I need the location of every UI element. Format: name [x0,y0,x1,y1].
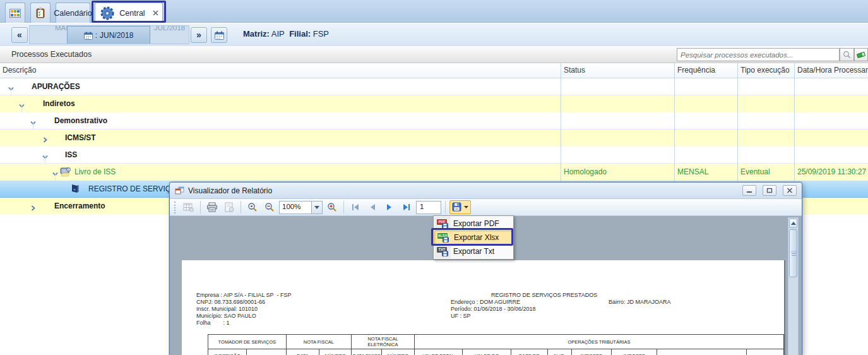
zoom-dropdown-button[interactable] [312,201,323,214]
col-base-calculo: BASE DE CÁLCULO [511,349,547,355]
txt-file-icon: TXT [437,247,448,256]
toolbar-separator [241,201,241,214]
close-icon[interactable] [153,10,158,16]
month-next-segment[interactable]: JUL/2018 [150,26,189,44]
column-header-data-hora[interactable]: Data/Hora Processamento [797,66,868,75]
first-page-button[interactable] [348,200,363,214]
report-empresa: Empresa : AIP S/A - FILIAL SP - FSP [196,292,291,298]
status-value: Homologado [564,167,607,176]
menu-item-exportar-xlsx[interactable]: XLSX Exportar Xlsx [434,231,513,244]
scrollbar-thumb[interactable] [789,229,797,277]
vertical-scrollbar[interactable] [788,217,799,355]
zoom-combobox: 100% [279,201,323,214]
prev-period-button[interactable]: « [11,27,28,43]
col-observacao: OBSERVAÇÃO [747,349,784,355]
col-aliq: ALIQ. % [547,349,571,355]
section-bar: Processos Executados [0,46,868,63]
export-data-button[interactable] [181,200,196,214]
tree-guide-line [33,121,33,129]
tree-row-label: ICMS/ST [65,133,96,142]
column-header-frequencia[interactable]: Frequência [677,66,735,75]
app-window: Calendário Central « MAI/2018 [0,0,868,355]
period-bar: « MAI/2018 : JUN/2018 JUL/2018 [0,23,868,46]
zoom-in-button[interactable] [324,200,340,214]
grid-icon [9,9,21,18]
open-calendar-button[interactable] [211,27,227,43]
tab-central[interactable]: Central [95,3,163,23]
next-period-button[interactable]: » [191,27,207,43]
filial-label: Filial: [289,29,311,39]
export-button[interactable] [449,200,471,214]
month-separator: : [95,31,97,40]
menu-item-exportar-pdf[interactable]: PDF Exportar PDF [434,217,513,231]
tab-calendario[interactable]: Calendário [56,3,90,23]
menu-item-label: Exportar Txt [453,247,494,256]
col-municipio: MUNICÍPIO [657,349,747,355]
month-prev-segment[interactable]: MAI/2018 [30,26,67,44]
month-current-label: JUN/2018 [100,31,133,40]
matriz-label: Matriz: [243,29,270,39]
section-title: Processos Executados [11,50,92,59]
scroll-up-button[interactable] [789,219,797,228]
tree-guide-line [55,172,56,181]
chevron-right-icon[interactable] [30,203,37,214]
zoom-value[interactable]: 100% [279,201,312,214]
tree-row-label: Encerramento [54,202,105,210]
eraser-icon [857,51,866,59]
tree-guide-line [11,87,11,95]
form-icon [175,186,184,195]
clipboard-icon [36,8,45,18]
col-data-emissao: DATA EMISSÃO [286,349,319,355]
menu-item-exportar-txt[interactable]: TXT Exportar Txt [434,244,513,258]
col-cnpjcpf: CNPJ/CPF [247,349,287,355]
window-title: Visualizador de Relatório [188,186,736,195]
search-icon [843,51,851,59]
export-menu: PDF Exportar PDF XLSX Exportar Xlsx TXT [433,215,514,260]
report-title: REGISTRO DE SERVIÇOS PRESTADOS [491,292,597,298]
group-operacoes: OPERAÇÕES TRIBUTÁRIAS [414,335,783,349]
col-imposto-retido: IMPOSTO RETIDO [612,349,657,355]
tree-row-label: Demonstrativo [54,116,107,125]
zoom-out-button[interactable] [262,200,277,214]
maximize-button[interactable] [763,185,776,196]
tree-row-label: ISS [65,150,77,159]
chevron-right-icon[interactable] [42,135,49,146]
last-page-button[interactable] [399,200,414,214]
minimize-button[interactable] [742,185,756,196]
report-municipio: Município: SAO PAULO [196,313,256,319]
tree-row-label: Indiretos [43,99,75,108]
search-button[interactable] [840,48,854,61]
month-current-segment[interactable]: : JUN/2018 [67,26,150,44]
toolbar-separator [343,201,344,214]
clear-search-button[interactable] [854,48,868,61]
next-page-button[interactable] [382,200,397,214]
page-number-input[interactable]: 1 [416,201,441,214]
window-titlebar[interactable]: Visualizador de Relatório [170,183,802,199]
tab-grid[interactable] [5,3,25,23]
print-layout-button[interactable] [222,200,237,214]
month-strip: MAI/2018 : JUN/2018 JUL/2018 [29,25,189,44]
report-page: Empresa : AIP S/A - FILIAL SP - FSP CNPJ… [182,260,785,355]
tab-bar: Calendário Central [0,0,868,23]
column-header-descricao[interactable]: Descrição [3,66,558,75]
report-group-header-row: TOMADOR DE SERVIÇOS NOTA FISCAL NOTA FIS… [208,335,784,349]
dropdown-caret-icon [464,206,468,208]
print-button[interactable] [205,200,220,214]
tree-row-label: APURAÇÕES [32,82,80,91]
gear-icon [99,5,116,21]
toolbar-grip[interactable] [174,202,177,214]
tab-tasks[interactable] [30,3,51,23]
zoom-page-button[interactable] [245,200,260,214]
toolbar-separator [200,201,201,214]
column-header-status[interactable]: Status [564,66,672,75]
window-close-icon[interactable] [783,185,797,196]
report-folha: Folha : 1 [196,320,230,326]
filial-value: FSP [313,29,329,39]
search-input[interactable] [677,48,840,61]
book-icon [69,183,81,197]
group-nota-fiscal: NOTA FISCAL [286,335,352,349]
column-header-tipo-execucao[interactable]: Tipo execução [740,66,795,75]
calendar-icon [84,32,93,40]
tree-row-label: Livro de ISS [74,167,116,176]
previous-page-button[interactable] [365,200,380,214]
